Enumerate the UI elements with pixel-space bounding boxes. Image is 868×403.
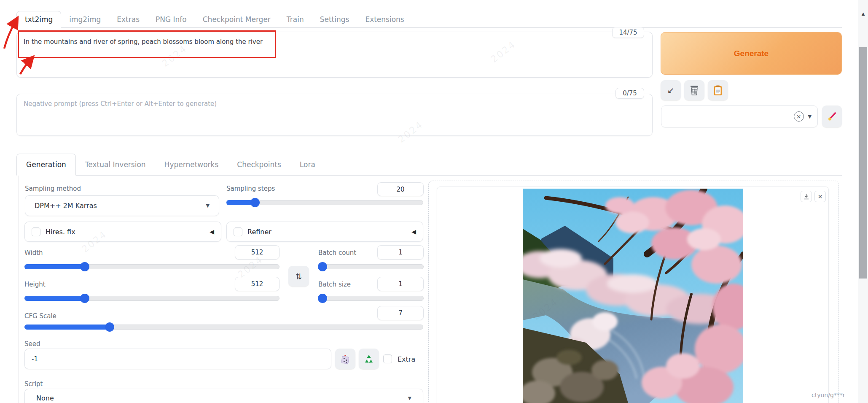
tab-lora[interactable]: Lora <box>290 154 325 175</box>
width-label: Width <box>24 249 43 257</box>
sampling-steps-input[interactable]: 20 <box>377 182 424 196</box>
paintbrush-icon <box>827 111 837 122</box>
tab-checkpoints[interactable]: Checkpoints <box>228 154 290 175</box>
arrow-down-left-icon: ↙ <box>667 85 675 95</box>
tab-textual-inversion[interactable]: Textual Inversion <box>76 154 155 175</box>
batch-size-input[interactable]: 1 <box>377 277 424 291</box>
download-image-button[interactable] <box>801 191 812 202</box>
tab-hypernetworks[interactable]: Hypernetworks <box>155 154 228 175</box>
tab-train[interactable]: Train <box>279 11 312 27</box>
random-seed-button[interactable] <box>335 349 355 369</box>
refiner-panel[interactable]: Refiner ◀ <box>226 222 423 242</box>
styles-clear-icon[interactable]: × <box>794 111 804 122</box>
extra-seed-checkbox[interactable] <box>383 354 392 363</box>
refiner-checkbox[interactable] <box>234 227 242 236</box>
paste-arrow-button[interactable]: ↙ <box>661 80 681 100</box>
batch-count-label: Batch count <box>318 249 356 257</box>
close-image-button[interactable]: ✕ <box>814 191 826 202</box>
swap-icon: ⇅ <box>296 272 302 281</box>
generated-image[interactable] <box>523 189 743 403</box>
collapse-left-icon[interactable]: ◀ <box>411 228 416 235</box>
page-right-border <box>845 27 845 403</box>
generation-tab-bar: Generation Textual Inversion Hypernetwor… <box>16 149 842 176</box>
slider-fill <box>24 296 85 301</box>
styles-dropdown[interactable]: × ▼ <box>661 105 818 127</box>
chevron-down-icon[interactable]: ▼ <box>808 114 812 119</box>
close-icon: ✕ <box>818 193 823 200</box>
negative-token-counter: 0/75 <box>615 88 644 99</box>
download-icon <box>804 194 809 200</box>
chevron-down-icon: ▼ <box>206 203 210 208</box>
slider-fill <box>24 325 110 330</box>
script-value: None <box>36 394 54 402</box>
height-label: Height <box>24 281 46 288</box>
slider-thumb[interactable] <box>80 294 89 303</box>
slider-thumb[interactable] <box>80 262 89 271</box>
dice-icon <box>340 354 350 364</box>
refiner-label: Refiner <box>247 228 271 236</box>
negative-prompt-input[interactable] <box>16 94 653 136</box>
corner-watermark: ctyun/g***r <box>812 392 845 398</box>
main-tab-bar: txt2img img2img Extras PNG Info Checkpoi… <box>16 10 842 28</box>
batch-count-input[interactable]: 1 <box>377 245 424 260</box>
tab-checkpoint-merger[interactable]: Checkpoint Merger <box>195 11 279 27</box>
seed-label: Seed <box>24 340 40 348</box>
tab-png-info[interactable]: PNG Info <box>148 11 195 27</box>
collapse-left-icon[interactable]: ◀ <box>210 228 214 235</box>
batch-size-slider[interactable] <box>318 296 424 301</box>
prompt-token-counter: 14/75 <box>612 27 644 38</box>
batch-count-slider[interactable] <box>318 264 424 269</box>
sampling-method-dropdown[interactable]: DPM++ 2M Karras ▼ <box>25 195 219 216</box>
edit-styles-button[interactable] <box>822 105 842 127</box>
seed-input[interactable] <box>24 349 331 369</box>
cfg-scale-slider[interactable] <box>24 325 423 330</box>
slider-thumb[interactable] <box>250 198 260 207</box>
chevron-down-icon: ▼ <box>408 395 411 401</box>
slider-thumb[interactable] <box>318 294 327 303</box>
tab-extensions[interactable]: Extensions <box>357 11 412 27</box>
sampling-method-value: DPM++ 2M Karras <box>35 202 97 210</box>
prompt-input[interactable]: In the mountains and river of spring, pe… <box>16 32 653 78</box>
recycle-icon <box>364 354 374 364</box>
hires-fix-label: Hires. fix <box>46 228 75 236</box>
width-slider[interactable] <box>24 264 279 269</box>
slider-thumb[interactable] <box>318 262 327 271</box>
script-dropdown[interactable]: None ▼ <box>24 389 423 403</box>
hires-fix-panel[interactable]: Hires. fix ◀ <box>24 222 221 242</box>
sampling-steps-label: Sampling steps <box>226 185 275 192</box>
scrollbar-up-arrow[interactable]: ▲ <box>858 8 868 19</box>
extra-seed-label: Extra <box>398 355 415 363</box>
tab-img2img[interactable]: img2img <box>61 11 109 27</box>
trash-icon <box>690 85 699 95</box>
scrollbar-thumb[interactable] <box>859 47 867 279</box>
reuse-seed-button[interactable] <box>359 349 379 369</box>
txt2img-page: txt2img img2img Extras PNG Info Checkpoi… <box>0 0 868 403</box>
content-left-border <box>18 176 19 403</box>
tab-generation[interactable]: Generation <box>16 154 76 176</box>
height-slider[interactable] <box>24 296 279 301</box>
generate-button[interactable]: Generate <box>661 32 842 75</box>
width-input[interactable]: 512 <box>235 245 279 260</box>
clipboard-icon <box>714 85 722 96</box>
sampling-method-label: Sampling method <box>25 185 81 192</box>
clear-prompt-button[interactable] <box>684 80 704 100</box>
script-label: Script <box>24 380 43 388</box>
batch-size-label: Batch size <box>318 281 351 288</box>
tab-extras[interactable]: Extras <box>109 11 148 27</box>
cfg-scale-input[interactable]: 7 <box>377 306 424 320</box>
hires-fix-checkbox[interactable] <box>32 227 40 236</box>
slider-fill <box>24 264 85 269</box>
height-input[interactable]: 512 <box>235 277 279 291</box>
swap-dimensions-button[interactable]: ⇅ <box>288 266 309 287</box>
tab-txt2img[interactable]: txt2img <box>16 11 61 28</box>
tab-settings[interactable]: Settings <box>312 11 357 27</box>
cfg-scale-label: CFG Scale <box>24 312 56 320</box>
sampling-steps-slider[interactable] <box>226 200 423 205</box>
apply-styles-button[interactable] <box>708 80 728 100</box>
slider-thumb[interactable] <box>105 322 114 332</box>
